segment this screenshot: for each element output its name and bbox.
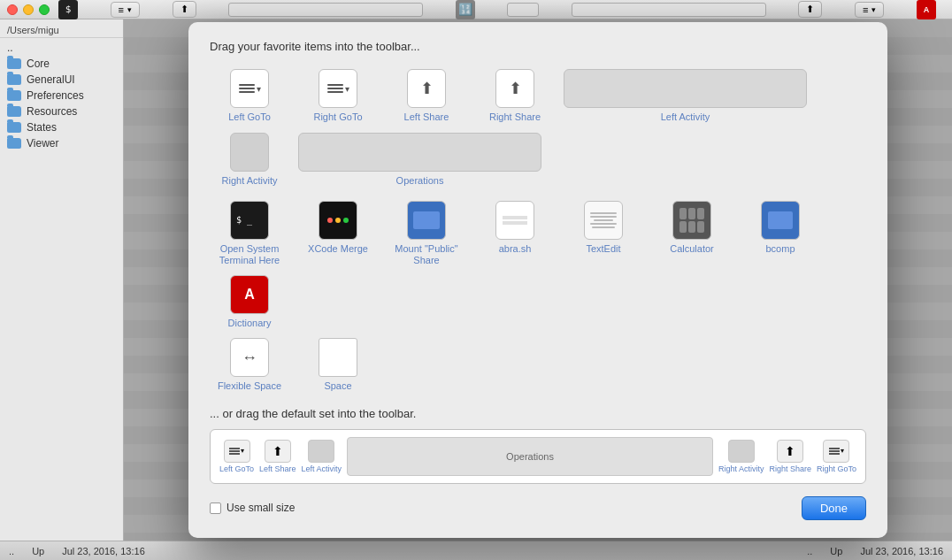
sidebar: /Users/migu .. Core GeneralUI Preference… <box>0 19 124 541</box>
default-left-activity[interactable]: Left Activity <box>302 440 342 473</box>
terminal-icon: $ <box>58 0 78 19</box>
default-operations[interactable]: Operations <box>347 437 713 476</box>
dictionary-toolbar-icon: A <box>917 0 936 19</box>
main-layout: /Users/migu .. Core GeneralUI Preference… <box>0 19 952 541</box>
toolbar-item-xcode[interactable]: XCode Merge <box>298 201 378 266</box>
default-operations-label: Operations <box>506 451 554 462</box>
default-right-goto[interactable]: ▾ Right GoTo <box>817 440 856 473</box>
flexspace-icon: ↔ <box>230 338 269 377</box>
status-right-dir: Up <box>830 546 842 556</box>
default-set-hint: ... or drag the default set into the too… <box>210 407 866 420</box>
toolbar-item-terminal[interactable]: $ _ Open System Terminal Here <box>210 201 289 266</box>
status-left: .. Up Jul 23, 2016, 13:16 <box>9 546 145 556</box>
folder-icon <box>7 90 21 101</box>
right-share-label: Right Share <box>489 111 541 123</box>
calculator-label: Calculator <box>670 243 714 255</box>
toolbar-item-textedit[interactable]: TextEdit <box>564 201 643 266</box>
left-goto-icon: ▾ <box>230 69 269 108</box>
toolbar-item-dictionary[interactable]: A Dictionary <box>210 275 289 329</box>
default-left-goto-label: Left GoTo <box>219 464 254 473</box>
maximize-button[interactable] <box>39 4 50 15</box>
traffic-lights <box>7 4 50 15</box>
toolbar-item-mount[interactable]: Mount "Public" Share <box>387 201 466 266</box>
folder-icon <box>7 74 21 85</box>
sidebar-item-resources[interactable]: Resources <box>0 104 123 119</box>
left-goto-label: Left GoTo <box>228 111 271 123</box>
xcode-label: XCode Merge <box>308 243 368 255</box>
status-right-date: Jul 23, 2016, 13:16 <box>860 546 943 556</box>
status-right: .. Up Jul 23, 2016, 13:16 <box>807 546 943 556</box>
folder-icon <box>7 58 21 69</box>
left-share-icon: ⬆ <box>407 69 446 108</box>
status-left-date: Jul 23, 2016, 13:16 <box>62 546 145 556</box>
sidebar-path: /Users/migu <box>0 23 123 38</box>
textedit-icon <box>584 201 623 240</box>
toolbar-items-grid-2: $ _ Open System Terminal Here <box>210 201 866 330</box>
toolbar-item-left-goto[interactable]: ▾ Left GoTo <box>210 69 289 123</box>
right-share-icon: ⬆ <box>495 69 534 108</box>
toolbar-item-flexspace[interactable]: ↔ Flexible Space <box>210 338 289 392</box>
default-right-activity-icon <box>728 440 755 463</box>
modal-overlay: Drag your favorite items into the toolba… <box>124 19 952 541</box>
default-right-goto-label: Right GoTo <box>817 464 856 473</box>
left-activity-label: Left Activity <box>661 111 710 123</box>
right-activity-icon <box>230 133 269 172</box>
toolbar-item-left-activity[interactable]: Left Activity <box>564 69 807 123</box>
default-left-share[interactable]: ⬆ Left Share <box>259 440 296 473</box>
mount-icon <box>407 201 446 240</box>
bcomp-label: bcomp <box>765 243 795 255</box>
toolbar-menu-button[interactable]: ≡▾ <box>111 2 140 18</box>
flexspace-label: Flexible Space <box>218 380 281 392</box>
dictionary-label: Dictionary <box>228 318 272 329</box>
sidebar-item-viewer[interactable]: Viewer <box>0 135 123 151</box>
left-share-label: Left Share <box>404 111 449 123</box>
right-activity-label: Right Activity <box>222 175 278 187</box>
dictionary-icon: A <box>230 275 269 314</box>
close-button[interactable] <box>7 4 18 15</box>
right-share-button[interactable]: ⬆ <box>798 1 822 18</box>
folder-icon <box>7 122 21 133</box>
toolbar-item-right-share[interactable]: ⬆ Right Share <box>475 69 555 123</box>
left-path-input[interactable] <box>228 3 423 17</box>
sidebar-item-preferences[interactable]: Preferences <box>0 88 123 104</box>
toolbar-item-right-activity[interactable]: Right Activity <box>210 133 289 187</box>
sidebar-item-dotdot[interactable]: .. <box>0 40 123 56</box>
toolbar-item-right-goto[interactable]: ▾ Right GoTo <box>298 69 378 123</box>
default-right-activity-label: Right Activity <box>718 464 764 473</box>
small-size-checkbox-label[interactable]: Use small size <box>210 502 295 514</box>
toolbar-item-space[interactable]: Space <box>298 338 378 392</box>
terminal-label: Open System Terminal Here <box>210 243 289 266</box>
right-path-input[interactable] <box>572 3 766 17</box>
default-left-share-label: Left Share <box>259 464 296 473</box>
toolbar-items-grid-3: ↔ Flexible Space Space <box>210 338 866 392</box>
toolbar-item-left-share[interactable]: ⬆ Left Share <box>387 69 466 123</box>
folder-icon <box>7 106 21 117</box>
small-size-label: Use small size <box>226 502 295 514</box>
minimize-button[interactable] <box>23 4 34 15</box>
default-right-share[interactable]: ⬆ Right Share <box>769 440 811 473</box>
sidebar-item-core[interactable]: Core <box>0 56 123 72</box>
small-size-checkbox[interactable] <box>210 502 221 514</box>
right-path-bar[interactable] <box>507 3 539 17</box>
toolbar-item-bcomp[interactable]: bcomp <box>741 201 820 266</box>
left-path-bar <box>228 3 423 17</box>
right-menu-button[interactable]: ≡▾ <box>855 2 884 18</box>
done-button[interactable]: Done <box>802 496 866 520</box>
sidebar-item-generalui[interactable]: GeneralUI <box>0 72 123 88</box>
textedit-label: TextEdit <box>586 243 620 255</box>
share-button[interactable]: ⬆ <box>173 1 196 18</box>
operations-label: Operations <box>396 175 444 187</box>
customize-toolbar-modal: Drag your favorite items into the toolba… <box>188 22 887 537</box>
calculator-icon <box>672 201 711 240</box>
space-icon <box>319 338 357 377</box>
default-right-share-icon: ⬆ <box>777 440 803 463</box>
toolbar-item-calculator[interactable]: Calculator <box>652 201 732 266</box>
default-right-activity[interactable]: Right Activity <box>718 440 764 473</box>
toolbar-item-abra[interactable]: abra.sh <box>475 201 555 266</box>
status-bar: .. Up Jul 23, 2016, 13:16 .. Up Jul 23, … <box>0 541 952 560</box>
toolbar-item-operations[interactable]: Operations <box>298 133 541 187</box>
default-left-goto[interactable]: ▾ Left GoTo <box>219 440 254 473</box>
sidebar-item-states[interactable]: States <box>0 119 123 135</box>
default-toolbar-row: ▾ Left GoTo ⬆ Left Share <box>210 429 866 484</box>
space-label: Space <box>324 380 351 392</box>
